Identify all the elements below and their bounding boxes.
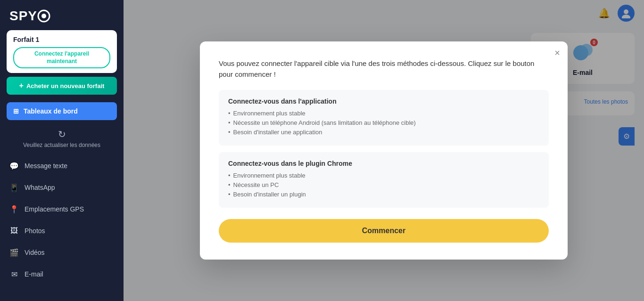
nav-label-message-texte: Message texte	[25, 162, 67, 170]
method1-title: Connectez-vous dans l'application	[228, 98, 539, 105]
method1-item-2: Besoin d'installer une application	[228, 129, 539, 136]
logo-area: SPY	[0, 0, 124, 30]
modal-close-button[interactable]: ×	[554, 48, 560, 57]
sidebar-item-message-texte[interactable]: 💬 Message texte	[0, 155, 124, 177]
start-button[interactable]: Commencer	[219, 219, 549, 243]
whatsapp-icon: 📱	[9, 183, 19, 192]
sidebar: SPY Forfait 1 Connectez l'appareil maint…	[0, 0, 124, 301]
svg-point-1	[41, 14, 46, 18]
plan-title: Forfait 1	[13, 36, 110, 43]
sidebar-item-videos[interactable]: 🎬 Vidéos	[0, 242, 124, 263]
method2-title: Connectez-vous dans le plugin Chrome	[228, 160, 539, 167]
method2-item-1: Nécessite un PC	[228, 181, 539, 188]
dashboard-button[interactable]: ⊞ Tableaux de bord	[7, 102, 117, 120]
sidebar-item-emplacements-gps[interactable]: 📍 Emplacements GPS	[0, 198, 124, 220]
refresh-label: Veuillez actualiser les données	[23, 142, 100, 148]
new-plan-label: Acheter un nouveau forfait	[26, 82, 104, 89]
nav-label-gps: Emplacements GPS	[25, 205, 84, 213]
plus-icon: +	[19, 81, 24, 90]
logo-text: SPY	[9, 8, 37, 24]
modal-intro-text: Vous pouvez connecter l'appareil cible v…	[219, 58, 549, 80]
method2-item-2: Besoin d'installer un plugin	[228, 191, 539, 198]
plan-box: Forfait 1 Connectez l'appareil maintenan…	[7, 30, 117, 73]
gps-icon: 📍	[9, 204, 19, 214]
dashboard-label: Tableaux de bord	[24, 107, 78, 115]
refresh-area: ↻ Veuillez actualiser les données	[0, 126, 124, 155]
nav-label-photos: Photos	[25, 227, 45, 235]
main-content: 🔔 0 E-mail récentes Toutes les photos	[124, 0, 644, 301]
email-icon: ✉	[9, 269, 19, 279]
modal-overlay: × Vous pouvez connecter l'appareil cible…	[124, 0, 644, 301]
new-plan-button[interactable]: + Acheter un nouveau forfait	[7, 77, 117, 95]
method1-box: Connectez-vous dans l'application Enviro…	[219, 90, 549, 146]
sidebar-item-whatsapp[interactable]: 📱 WhatsApp	[0, 177, 124, 198]
nav-label-whatsapp: WhatsApp	[25, 184, 55, 191]
connection-modal: × Vous pouvez connecter l'appareil cible…	[200, 41, 568, 260]
videos-icon: 🎬	[9, 248, 19, 257]
message-texte-icon: 💬	[9, 161, 19, 171]
nav-label-videos: Vidéos	[25, 249, 45, 256]
connect-device-button[interactable]: Connectez l'appareil maintenant	[13, 47, 110, 68]
dashboard-icon: ⊞	[13, 107, 19, 115]
photos-icon: 🖼	[9, 226, 19, 236]
sidebar-item-photos[interactable]: 🖼 Photos	[0, 220, 124, 242]
method2-item-0: Environnement plus stable	[228, 172, 539, 179]
method1-item-0: Environnement plus stable	[228, 110, 539, 117]
method2-box: Connectez-vous dans le plugin Chrome Env…	[219, 152, 549, 208]
sidebar-item-email[interactable]: ✉ E-mail	[0, 263, 124, 285]
logo-icon	[37, 9, 50, 23]
nav-label-email: E-mail	[25, 270, 43, 278]
method1-item-1: Nécessite un téléphone Android (sans lim…	[228, 119, 539, 126]
refresh-icon: ↻	[58, 129, 66, 140]
